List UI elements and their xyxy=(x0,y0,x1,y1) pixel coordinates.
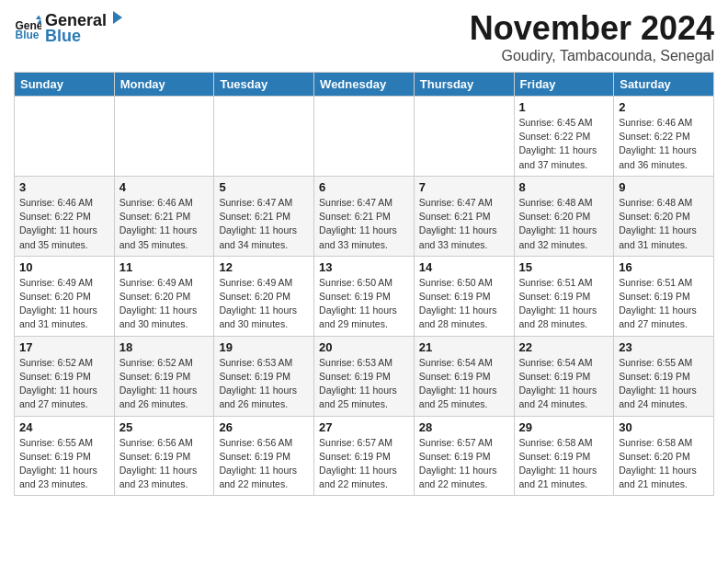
day-number: 8 xyxy=(519,180,609,194)
day-info: Sunrise: 6:45 AM Sunset: 6:22 PM Dayligh… xyxy=(519,116,609,172)
day-number: 23 xyxy=(619,340,709,354)
table-row: 28Sunrise: 6:57 AM Sunset: 6:19 PM Dayli… xyxy=(414,416,514,496)
header: General Blue General Blue November 2024 … xyxy=(14,9,714,64)
logo-icon: General Blue xyxy=(14,14,41,41)
calendar-header-row: Sunday Monday Tuesday Wednesday Thursday… xyxy=(15,73,714,97)
day-info: Sunrise: 6:55 AM Sunset: 6:19 PM Dayligh… xyxy=(19,436,109,492)
table-row: 1Sunrise: 6:45 AM Sunset: 6:22 PM Daylig… xyxy=(514,97,614,177)
col-sunday: Sunday xyxy=(15,73,115,97)
day-info: Sunrise: 6:49 AM Sunset: 6:20 PM Dayligh… xyxy=(119,276,210,332)
table-row: 6Sunrise: 6:47 AM Sunset: 6:21 PM Daylig… xyxy=(314,176,415,256)
table-row: 16Sunrise: 6:51 AM Sunset: 6:19 PM Dayli… xyxy=(614,256,714,336)
day-number: 19 xyxy=(219,340,309,354)
day-info: Sunrise: 6:58 AM Sunset: 6:20 PM Dayligh… xyxy=(619,436,709,492)
day-info: Sunrise: 6:48 AM Sunset: 6:20 PM Dayligh… xyxy=(619,196,709,252)
day-number: 21 xyxy=(419,340,509,354)
day-info: Sunrise: 6:56 AM Sunset: 6:19 PM Dayligh… xyxy=(219,436,309,492)
table-row: 22Sunrise: 6:54 AM Sunset: 6:19 PM Dayli… xyxy=(514,336,614,416)
day-info: Sunrise: 6:48 AM Sunset: 6:20 PM Dayligh… xyxy=(519,196,609,252)
day-info: Sunrise: 6:49 AM Sunset: 6:20 PM Dayligh… xyxy=(19,276,109,332)
calendar-week-5: 24Sunrise: 6:55 AM Sunset: 6:19 PM Dayli… xyxy=(15,416,714,496)
day-info: Sunrise: 6:58 AM Sunset: 6:19 PM Dayligh… xyxy=(519,436,609,492)
col-wednesday: Wednesday xyxy=(314,73,415,97)
day-number: 9 xyxy=(619,180,709,194)
table-row: 29Sunrise: 6:58 AM Sunset: 6:19 PM Dayli… xyxy=(514,416,614,496)
table-row: 30Sunrise: 6:58 AM Sunset: 6:20 PM Dayli… xyxy=(614,416,714,496)
day-number: 17 xyxy=(19,340,109,354)
table-row: 9Sunrise: 6:48 AM Sunset: 6:20 PM Daylig… xyxy=(614,176,714,256)
day-info: Sunrise: 6:57 AM Sunset: 6:19 PM Dayligh… xyxy=(419,436,509,492)
table-row: 17Sunrise: 6:52 AM Sunset: 6:19 PM Dayli… xyxy=(15,336,115,416)
col-monday: Monday xyxy=(114,73,214,97)
day-info: Sunrise: 6:50 AM Sunset: 6:19 PM Dayligh… xyxy=(319,276,409,332)
day-number: 3 xyxy=(19,180,109,194)
table-row xyxy=(414,97,514,177)
table-row: 12Sunrise: 6:49 AM Sunset: 6:20 PM Dayli… xyxy=(214,256,314,336)
day-info: Sunrise: 6:52 AM Sunset: 6:19 PM Dayligh… xyxy=(19,356,109,412)
table-row: 13Sunrise: 6:50 AM Sunset: 6:19 PM Dayli… xyxy=(314,256,415,336)
day-number: 15 xyxy=(519,260,609,274)
table-row: 25Sunrise: 6:56 AM Sunset: 6:19 PM Dayli… xyxy=(114,416,214,496)
table-row: 5Sunrise: 6:47 AM Sunset: 6:21 PM Daylig… xyxy=(214,176,314,256)
day-number: 1 xyxy=(519,100,609,114)
calendar-week-1: 1Sunrise: 6:45 AM Sunset: 6:22 PM Daylig… xyxy=(15,97,714,177)
day-number: 24 xyxy=(19,420,109,434)
day-number: 26 xyxy=(219,420,309,434)
calendar-table: Sunday Monday Tuesday Wednesday Thursday… xyxy=(14,72,714,496)
col-thursday: Thursday xyxy=(414,73,514,97)
table-row: 8Sunrise: 6:48 AM Sunset: 6:20 PM Daylig… xyxy=(514,176,614,256)
table-row: 4Sunrise: 6:46 AM Sunset: 6:21 PM Daylig… xyxy=(114,176,214,256)
table-row: 24Sunrise: 6:55 AM Sunset: 6:19 PM Dayli… xyxy=(15,416,115,496)
day-info: Sunrise: 6:54 AM Sunset: 6:19 PM Dayligh… xyxy=(519,356,609,412)
day-number: 30 xyxy=(619,420,709,434)
col-tuesday: Tuesday xyxy=(214,73,314,97)
day-info: Sunrise: 6:47 AM Sunset: 6:21 PM Dayligh… xyxy=(219,196,309,252)
table-row: 19Sunrise: 6:53 AM Sunset: 6:19 PM Dayli… xyxy=(214,336,314,416)
calendar-week-4: 17Sunrise: 6:52 AM Sunset: 6:19 PM Dayli… xyxy=(15,336,714,416)
day-number: 27 xyxy=(319,420,409,434)
day-info: Sunrise: 6:51 AM Sunset: 6:19 PM Dayligh… xyxy=(519,276,609,332)
day-number: 25 xyxy=(119,420,210,434)
main-container: General Blue General Blue November 2024 … xyxy=(0,0,728,505)
svg-marker-2 xyxy=(36,16,41,20)
day-number: 5 xyxy=(219,180,309,194)
day-info: Sunrise: 6:50 AM Sunset: 6:19 PM Dayligh… xyxy=(419,276,509,332)
table-row: 14Sunrise: 6:50 AM Sunset: 6:19 PM Dayli… xyxy=(414,256,514,336)
calendar-week-2: 3Sunrise: 6:46 AM Sunset: 6:22 PM Daylig… xyxy=(15,176,714,256)
col-friday: Friday xyxy=(514,73,614,97)
table-row: 18Sunrise: 6:52 AM Sunset: 6:19 PM Dayli… xyxy=(114,336,214,416)
day-info: Sunrise: 6:46 AM Sunset: 6:22 PM Dayligh… xyxy=(619,116,709,172)
day-info: Sunrise: 6:46 AM Sunset: 6:22 PM Dayligh… xyxy=(19,196,109,252)
day-number: 14 xyxy=(419,260,509,274)
table-row: 7Sunrise: 6:47 AM Sunset: 6:21 PM Daylig… xyxy=(414,176,514,256)
table-row: 27Sunrise: 6:57 AM Sunset: 6:19 PM Dayli… xyxy=(314,416,415,496)
logo: General Blue General Blue xyxy=(14,9,124,46)
day-number: 7 xyxy=(419,180,509,194)
day-info: Sunrise: 6:53 AM Sunset: 6:19 PM Dayligh… xyxy=(319,356,409,412)
day-number: 16 xyxy=(619,260,709,274)
day-number: 13 xyxy=(319,260,409,274)
location: Goudiry, Tambacounda, Senegal xyxy=(470,48,714,64)
day-info: Sunrise: 6:46 AM Sunset: 6:21 PM Dayligh… xyxy=(119,196,210,252)
day-number: 11 xyxy=(119,260,210,274)
day-info: Sunrise: 6:52 AM Sunset: 6:19 PM Dayligh… xyxy=(119,356,210,412)
table-row xyxy=(314,97,415,177)
table-row xyxy=(15,97,115,177)
day-number: 10 xyxy=(19,260,109,274)
day-info: Sunrise: 6:53 AM Sunset: 6:19 PM Dayligh… xyxy=(219,356,309,412)
day-info: Sunrise: 6:49 AM Sunset: 6:20 PM Dayligh… xyxy=(219,276,309,332)
title-block: November 2024 Goudiry, Tambacounda, Sene… xyxy=(470,9,714,64)
month-title: November 2024 xyxy=(470,9,714,48)
table-row: 10Sunrise: 6:49 AM Sunset: 6:20 PM Dayli… xyxy=(15,256,115,336)
day-number: 12 xyxy=(219,260,309,274)
day-info: Sunrise: 6:54 AM Sunset: 6:19 PM Dayligh… xyxy=(419,356,509,412)
logo-arrow-icon xyxy=(108,9,124,26)
day-info: Sunrise: 6:55 AM Sunset: 6:19 PM Dayligh… xyxy=(619,356,709,412)
calendar-week-3: 10Sunrise: 6:49 AM Sunset: 6:20 PM Dayli… xyxy=(15,256,714,336)
day-info: Sunrise: 6:51 AM Sunset: 6:19 PM Dayligh… xyxy=(619,276,709,332)
day-info: Sunrise: 6:47 AM Sunset: 6:21 PM Dayligh… xyxy=(419,196,509,252)
table-row: 2Sunrise: 6:46 AM Sunset: 6:22 PM Daylig… xyxy=(614,97,714,177)
table-row: 20Sunrise: 6:53 AM Sunset: 6:19 PM Dayli… xyxy=(314,336,415,416)
day-number: 6 xyxy=(319,180,409,194)
table-row: 23Sunrise: 6:55 AM Sunset: 6:19 PM Dayli… xyxy=(614,336,714,416)
